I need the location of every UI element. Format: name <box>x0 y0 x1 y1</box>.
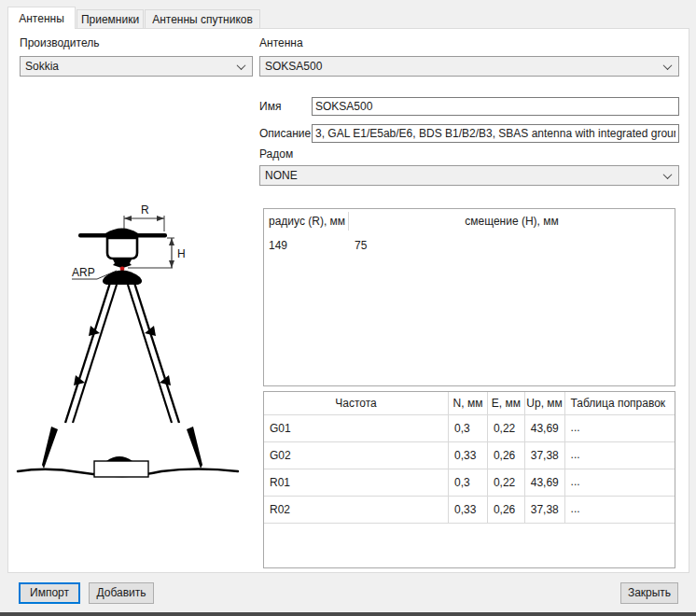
up-cell[interactable]: 37,38 <box>525 497 565 523</box>
column-header-n[interactable]: N, мм <box>449 392 488 414</box>
name-input[interactable] <box>312 97 679 116</box>
corrections-cell[interactable]: ... <box>565 497 675 523</box>
antenna-diagram: R H ARP <box>10 203 251 484</box>
chevron-down-icon <box>663 170 673 179</box>
table-row[interactable]: R02 0,33 0,26 37,38 ... <box>264 497 675 524</box>
e-cell[interactable]: 0,22 <box>488 469 525 496</box>
column-header-frequency[interactable]: Частота <box>264 392 449 414</box>
manufacturer-selected-value: Sokkia <box>25 60 59 73</box>
tab-satellite-antennas[interactable]: Антенны спутников <box>145 9 260 29</box>
e-cell[interactable]: 0,26 <box>488 442 525 469</box>
n-cell[interactable]: 0,33 <box>449 442 488 469</box>
frequency-cell[interactable]: G01 <box>264 415 449 441</box>
radome-label: Радом <box>259 147 293 161</box>
corrections-cell[interactable]: ... <box>565 442 675 469</box>
import-button[interactable]: Импорт <box>19 582 80 604</box>
description-label: Описание <box>259 127 311 140</box>
up-cell[interactable]: 43,69 <box>525 415 565 441</box>
column-header-offset[interactable]: смещение (H), мм <box>349 209 675 233</box>
description-input[interactable] <box>312 124 679 143</box>
frequency-table-header: Частота N, мм E, мм Up, мм Таблица попра… <box>264 392 675 415</box>
up-cell[interactable]: 43,69 <box>525 469 565 496</box>
frequency-cell[interactable]: R01 <box>264 469 449 496</box>
tab-antennas[interactable]: Антенны <box>7 7 76 29</box>
diagram-radius-label: R <box>141 203 149 217</box>
corrections-cell[interactable]: ... <box>565 415 675 441</box>
close-button[interactable]: Закрыть <box>620 582 678 604</box>
n-cell[interactable]: 0,3 <box>449 469 488 496</box>
tab-content-pane: Производитель Антенна Sokkia SOKSA500 Им… <box>7 28 689 573</box>
manufacturer-label: Производитель <box>20 36 99 49</box>
corrections-cell[interactable]: ... <box>565 469 675 496</box>
antenna-select[interactable]: SOKSA500 <box>259 56 679 77</box>
table-row[interactable]: 149 75 <box>264 233 675 258</box>
antenna-selected-value: SOKSA500 <box>265 60 322 73</box>
up-cell[interactable]: 37,38 <box>525 442 565 469</box>
column-header-corrections[interactable]: Таблица поправок <box>565 392 675 414</box>
frequency-table[interactable]: Частота N, мм E, мм Up, мм Таблица попра… <box>263 391 675 568</box>
name-label: Имя <box>259 100 281 113</box>
tab-receivers[interactable]: Приемники <box>77 9 144 29</box>
frequency-cell[interactable]: G02 <box>264 442 449 469</box>
offset-value-cell[interactable]: 75 <box>355 233 448 258</box>
column-header-up[interactable]: Up, мм <box>525 392 565 414</box>
manufacturer-select[interactable]: Sokkia <box>20 56 253 77</box>
e-cell[interactable]: 0,26 <box>488 497 525 523</box>
radome-select[interactable]: NONE <box>259 165 679 186</box>
antenna-label: Антенна <box>259 36 303 49</box>
window-bottom-edge <box>0 612 696 616</box>
diagram-arp-label: ARP <box>72 266 95 279</box>
column-header-radius[interactable]: радиус (R), мм <box>269 209 348 233</box>
diagram-height-label: H <box>177 247 186 260</box>
n-cell[interactable]: 0,33 <box>449 497 488 523</box>
table-row[interactable]: G01 0,3 0,22 43,69 ... <box>264 415 675 442</box>
add-button[interactable]: Добавить <box>89 582 154 604</box>
e-cell[interactable]: 0,22 <box>488 415 525 441</box>
dimensions-table-header: радиус (R), мм смещение (H), мм <box>264 209 675 233</box>
chevron-down-icon <box>663 61 673 70</box>
table-row[interactable]: R01 0,3 0,22 43,69 ... <box>264 469 675 497</box>
frequency-cell[interactable]: R02 <box>264 497 449 523</box>
radome-selected-value: NONE <box>265 169 298 182</box>
dimensions-table[interactable]: радиус (R), мм смещение (H), мм 149 75 <box>263 208 675 386</box>
chevron-down-icon <box>237 61 246 70</box>
table-row[interactable]: G02 0,33 0,26 37,38 ... <box>264 442 675 469</box>
column-header-e[interactable]: E, мм <box>488 392 525 414</box>
radius-value-cell[interactable]: 149 <box>269 233 348 258</box>
n-cell[interactable]: 0,3 <box>449 415 488 441</box>
